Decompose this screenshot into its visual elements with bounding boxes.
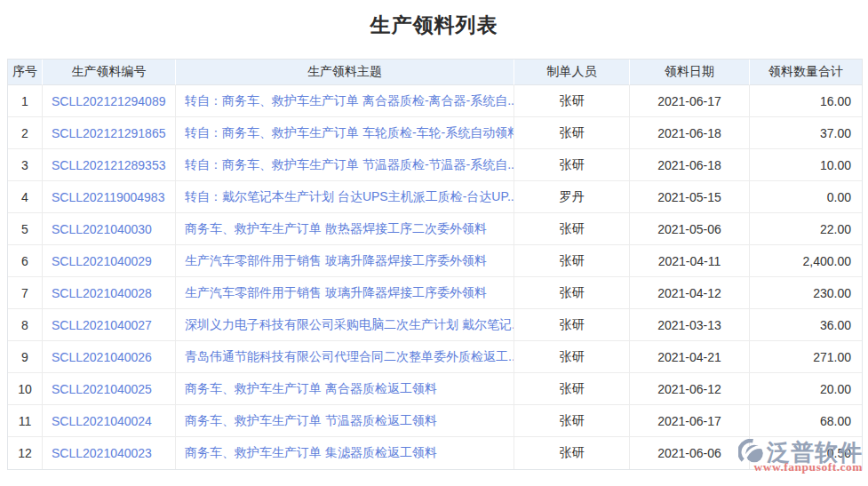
- code-link[interactable]: SCLL202121294089: [43, 85, 176, 117]
- header-creator: 制单人员: [514, 60, 630, 85]
- table-row: 1SCLL202121294089转自：商务车、救护车生产订单 离合器质检-离合…: [8, 85, 862, 117]
- subject-link[interactable]: 商务车、救护车生产订单 集滤器质检返工领料: [176, 437, 514, 469]
- table-row: 4SCLL202119004983转自：戴尔笔记本生产计划 台达UPS主机派工质…: [8, 181, 862, 213]
- date-cell: 2021-06-12: [630, 373, 750, 405]
- row-index-cell: 6: [8, 245, 43, 277]
- header-subject: 生产领料主题: [176, 60, 514, 85]
- code-link[interactable]: SCLL202119004983: [43, 181, 176, 213]
- row-index-cell: 12: [8, 437, 43, 469]
- code-link[interactable]: SCLL2021040028: [43, 277, 176, 309]
- qty-cell: 20.00: [750, 373, 862, 405]
- qty-cell: 37.00: [750, 117, 862, 149]
- code-link[interactable]: SCLL202121289353: [43, 149, 176, 181]
- row-index-cell: 10: [8, 373, 43, 405]
- requisition-table-container: 序号 生产领料编号 生产领料主题 制单人员 领料日期 领料数量合计 1SCLL2…: [7, 59, 861, 470]
- subject-link[interactable]: 商务车、救护车生产订单 散热器焊接工序二次委外领料: [176, 213, 514, 245]
- code-link[interactable]: SCLL2021040023: [43, 437, 176, 469]
- qty-cell: 22.00: [750, 213, 862, 245]
- subject-link[interactable]: 转自：商务车、救护车生产订单 节温器质检-节温器-系统自...: [176, 149, 514, 181]
- table-row: 8SCLL2021040027深圳义力电子科技有限公司采购电脑二次生产计划 戴尔…: [8, 309, 862, 341]
- date-cell: 2021-04-21: [630, 341, 750, 373]
- creator-cell: 张研: [514, 149, 630, 181]
- subject-link[interactable]: 商务车、救护车生产订单 节温器质检返工领料: [176, 405, 514, 437]
- table-body: 1SCLL202121294089转自：商务车、救护车生产订单 离合器质检-离合…: [8, 85, 862, 469]
- code-link[interactable]: SCLL2021040026: [43, 341, 176, 373]
- code-link[interactable]: SCLL2021040027: [43, 309, 176, 341]
- header-code: 生产领料编号: [43, 60, 176, 85]
- table-row: 6SCLL2021040029生产汽车零部件用于销售 玻璃升降器焊接工序委外领料…: [8, 245, 862, 277]
- row-index-cell: 2: [8, 117, 43, 149]
- row-index-cell: 9: [8, 341, 43, 373]
- table-row: 3SCLL202121289353转自：商务车、救护车生产订单 节温器质检-节温…: [8, 149, 862, 181]
- date-cell: 2021-06-17: [630, 405, 750, 437]
- subject-link[interactable]: 生产汽车零部件用于销售 玻璃升降器焊接工序委外领料: [176, 277, 514, 309]
- table-row: 5SCLL2021040030商务车、救护车生产订单 散热器焊接工序二次委外领料…: [8, 213, 862, 245]
- table-row: 12SCLL2021040023商务车、救护车生产订单 集滤器质检返工领料张研2…: [8, 437, 862, 469]
- code-link[interactable]: SCLL2021040024: [43, 405, 176, 437]
- creator-cell: 张研: [514, 309, 630, 341]
- code-link[interactable]: SCLL202121291865: [43, 117, 176, 149]
- date-cell: 2021-06-18: [630, 117, 750, 149]
- date-cell: 2021-05-06: [630, 213, 750, 245]
- creator-cell: 张研: [514, 245, 630, 277]
- header-qty: 领料数量合计: [750, 60, 862, 85]
- creator-cell: 张研: [514, 117, 630, 149]
- table-row: 10SCLL2021040025商务车、救护车生产订单 离合器质检返工领料张研2…: [8, 373, 862, 405]
- subject-link[interactable]: 商务车、救护车生产订单 离合器质检返工领料: [176, 373, 514, 405]
- table-row: 11SCLL2021040024商务车、救护车生产订单 节温器质检返工领料张研2…: [8, 405, 862, 437]
- subject-link[interactable]: 深圳义力电子科技有限公司采购电脑二次生产计划 戴尔笔记...: [176, 309, 514, 341]
- creator-cell: 罗丹: [514, 181, 630, 213]
- header-date: 领料日期: [630, 60, 750, 85]
- row-index-cell: 7: [8, 277, 43, 309]
- row-index-cell: 3: [8, 149, 43, 181]
- row-index-cell: 11: [8, 405, 43, 437]
- qty-cell: 230.00: [750, 277, 862, 309]
- qty-cell: 36.00: [750, 309, 862, 341]
- subject-link[interactable]: 转自：商务车、救护车生产订单 车轮质检-车轮-系统自动领料: [176, 117, 514, 149]
- row-index-cell: 8: [8, 309, 43, 341]
- subject-link[interactable]: 转自：戴尔笔记本生产计划 台达UPS主机派工质检-台达UP...: [176, 181, 514, 213]
- table-row: 7SCLL2021040028生产汽车零部件用于销售 玻璃升降器焊接工序委外领料…: [8, 277, 862, 309]
- date-cell: 2021-03-13: [630, 309, 750, 341]
- header-row: 序号 生产领料编号 生产领料主题 制单人员 领料日期 领料数量合计: [8, 60, 862, 85]
- qty-cell: 271.00: [750, 341, 862, 373]
- creator-cell: 张研: [514, 213, 630, 245]
- date-cell: 2021-04-11: [630, 245, 750, 277]
- subject-link[interactable]: 青岛伟通节能科技有限公司代理合同二次整单委外质检返工...: [176, 341, 514, 373]
- date-cell: 2021-06-18: [630, 149, 750, 181]
- date-cell: 2021-06-17: [630, 85, 750, 117]
- date-cell: 2021-05-15: [630, 181, 750, 213]
- qty-cell: 0.00: [750, 181, 862, 213]
- code-link[interactable]: SCLL2021040029: [43, 245, 176, 277]
- qty-cell: 0.50: [750, 437, 862, 469]
- creator-cell: 张研: [514, 85, 630, 117]
- creator-cell: 张研: [514, 373, 630, 405]
- qty-cell: 16.00: [750, 85, 862, 117]
- table-header: 序号 生产领料编号 生产领料主题 制单人员 领料日期 领料数量合计: [8, 60, 862, 85]
- date-cell: 2021-04-12: [630, 277, 750, 309]
- page-title: 生产领料列表: [0, 0, 868, 39]
- qty-cell: 10.00: [750, 149, 862, 181]
- row-index-cell: 5: [8, 213, 43, 245]
- subject-link[interactable]: 转自：商务车、救护车生产订单 离合器质检-离合器-系统自...: [176, 85, 514, 117]
- header-index: 序号: [8, 60, 43, 85]
- date-cell: 2021-06-06: [630, 437, 750, 469]
- row-index-cell: 1: [8, 85, 43, 117]
- requisition-table: 序号 生产领料编号 生产领料主题 制单人员 领料日期 领料数量合计 1SCLL2…: [7, 59, 863, 470]
- creator-cell: 张研: [514, 437, 630, 469]
- code-link[interactable]: SCLL2021040025: [43, 373, 176, 405]
- creator-cell: 张研: [514, 277, 630, 309]
- qty-cell: 2,400.00: [750, 245, 862, 277]
- code-link[interactable]: SCLL2021040030: [43, 213, 176, 245]
- qty-cell: 68.00: [750, 405, 862, 437]
- creator-cell: 张研: [514, 405, 630, 437]
- subject-link[interactable]: 生产汽车零部件用于销售 玻璃升降器焊接工序委外领料: [176, 245, 514, 277]
- table-row: 2SCLL202121291865转自：商务车、救护车生产订单 车轮质检-车轮-…: [8, 117, 862, 149]
- row-index-cell: 4: [8, 181, 43, 213]
- creator-cell: 张研: [514, 341, 630, 373]
- table-row: 9SCLL2021040026青岛伟通节能科技有限公司代理合同二次整单委外质检返…: [8, 341, 862, 373]
